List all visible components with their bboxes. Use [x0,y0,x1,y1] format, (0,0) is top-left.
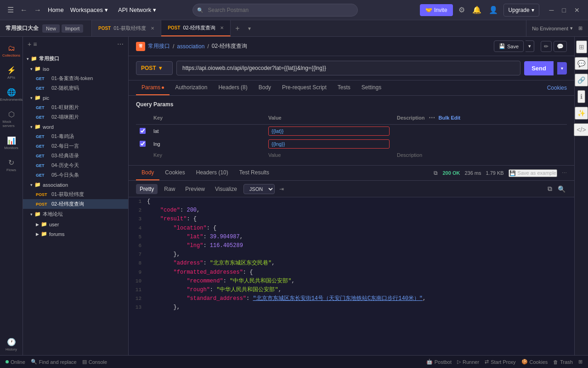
sidebar-item-monitors[interactable]: 📊 Monitors [1,132,22,154]
start-proxy-button[interactable]: ⇄ Start Proxy [485,359,515,365]
tree-endpoint-assoc-2[interactable]: POST 02-经纬度查询 [23,199,128,209]
tab-body[interactable]: Body [253,80,277,95]
tab-pre-request[interactable]: Pre-request Script [277,80,332,95]
search-code-button[interactable]: 🔍 [556,184,567,194]
param-value-lat[interactable] [271,128,386,134]
tree-endpoint-word-4[interactable]: GET 04-历史今天 [23,161,128,170]
copy-code-button[interactable]: ⧉ [546,184,554,194]
view-raw-button[interactable]: Raw [160,184,179,194]
tree-folder-pic[interactable]: ▾ 📁 pic [23,93,128,103]
online-status[interactable]: Online [6,359,25,365]
tab-settings[interactable]: Settings [356,80,387,95]
tab-close-icon[interactable]: ✕ [151,26,154,31]
api-network-button[interactable]: API Network ▾ [114,5,160,15]
back-button[interactable]: ← [18,4,29,16]
link-right-icon[interactable]: 🔗 [575,74,588,86]
tree-endpoint-assoc-1[interactable]: POST 01-获取经纬度 [23,190,128,199]
param-key-new[interactable] [153,152,261,158]
sidebar-item-flows[interactable]: ↻ Flows [1,155,22,176]
view-preview-button[interactable]: Preview [181,184,209,194]
grid-layout-button[interactable]: ⊞ [578,359,582,365]
tree-root-folder[interactable]: ▾ 📁 常用接口 [23,53,128,64]
param-checkbox-lat[interactable] [140,128,146,134]
sidebar-item-environments[interactable]: 🌐 Environments [1,84,22,105]
format-select[interactable]: JSON XML HTML Text [243,184,275,194]
edit-icon[interactable]: ✏ [541,41,552,52]
home-link[interactable]: Home [48,6,64,13]
resp-tab-body[interactable]: Body [136,166,159,180]
comment-icon[interactable]: 💬 [554,41,567,52]
tab-post-02[interactable]: POST 02-经纬度查询 ✕ [161,20,231,36]
send-dropdown-button[interactable]: ▾ [557,62,567,75]
resp-tab-cookies[interactable]: Cookies [159,166,190,180]
tree-folder-iso[interactable]: ▾ 📁 iso [23,64,128,74]
save-example-button[interactable]: 💾 Save as example [509,169,557,177]
save-dropdown-button[interactable]: ▾ [526,40,534,52]
tree-folder-forums[interactable]: ▶ 📁 forums [23,229,128,239]
tab-close-icon[interactable]: ✕ [220,25,224,30]
maximize-button[interactable]: □ [560,5,569,16]
find-replace-button[interactable]: 🔍 Find and replace [31,359,77,365]
invite-button[interactable]: 🤝 Invite [420,4,453,16]
info-right-icon[interactable]: ℹ [577,90,585,103]
view-visualize-button[interactable]: Visualize [211,184,241,194]
sidebar-item-collections[interactable]: 🗂 Collections [1,40,22,61]
tab-params[interactable]: Params [136,80,170,95]
cookies-link[interactable]: Cookies [547,85,567,91]
tree-endpoint-word-5[interactable]: GET 05-今日头条 [23,170,128,180]
comment-right-icon[interactable]: 💬 [575,57,588,70]
minimize-button[interactable]: ─ [547,5,557,16]
search-input[interactable] [192,4,358,17]
tree-endpoint-pic-1[interactable]: GET 01-旺财图片 [23,103,128,112]
response-more-icon[interactable]: ⋯ [562,170,567,176]
notifications-icon[interactable]: 🔔 [470,4,483,16]
tree-folder-association[interactable]: ▾ 📁 association [23,180,128,190]
tree-endpoint-word-3[interactable]: GET 03-经典语录 [23,151,128,161]
breadcrumb-link[interactable]: 常用接口 [148,43,170,49]
upgrade-button[interactable]: Upgrade ▾ [503,4,539,17]
settings-icon[interactable]: ⚙ [457,4,467,16]
resp-tab-headers[interactable]: Headers (10) [191,166,234,180]
ai-right-icon[interactable]: ✨ [575,107,588,120]
params-more-icon[interactable]: ⋯ [429,114,435,121]
param-key-lat[interactable] [153,128,261,134]
sidebar-item-apis[interactable]: ⚡ APIs [1,62,22,83]
collections-more-icon[interactable]: ⋯ [117,40,124,48]
add-collection-button[interactable]: + [28,40,31,48]
import-button[interactable]: Import [62,24,83,33]
tree-endpoint-pic-2[interactable]: GET 02-喵咪图片 [23,112,128,122]
param-key-lng[interactable] [153,141,261,147]
tree-endpoint-iso-1[interactable]: GET 01-备案查询-token [23,74,128,83]
new-tab-button[interactable]: New [42,24,60,33]
bulk-edit-button[interactable]: Bulk Edit [439,115,461,121]
trash-button[interactable]: 🗑 Trash [553,359,573,365]
close-button[interactable]: ✕ [571,5,582,16]
param-desc-lat[interactable] [397,128,563,134]
right-panel-icon[interactable]: ⊞ [576,40,587,53]
tab-post-01[interactable]: POST 01-获取经纬度 ✕ [92,20,161,36]
param-value-lng[interactable] [271,141,386,147]
avatar[interactable]: 👤 [487,4,500,16]
tab-overflow-button[interactable]: ▾ [244,20,254,36]
tree-folder-local[interactable]: ▾ 📁 本地论坛 [23,209,128,219]
add-tab-button[interactable]: + [231,20,244,36]
param-checkbox-lng[interactable] [140,141,146,147]
tab-headers[interactable]: Headers (8) [213,80,253,95]
tab-authorization[interactable]: Authorization [170,80,213,95]
save-button[interactable]: 💾 Save [494,40,524,52]
env-selector[interactable]: No Environment ▾ ⊞ [526,20,588,36]
tree-endpoint-iso-2[interactable]: GET 02-随机密码 [23,83,128,93]
tab-tests[interactable]: Tests [332,80,356,95]
workspaces-button[interactable]: Workspaces ▾ [67,5,112,15]
code-right-icon[interactable]: </> [574,123,588,136]
sidebar-item-history[interactable]: 🕐 History [1,334,22,355]
cookies-status-button[interactable]: 🍪 Cookies [521,359,548,365]
send-button[interactable]: Send [524,61,554,75]
tree-endpoint-word-2[interactable]: GET 02-每日一言 [23,141,128,151]
param-desc-new[interactable] [397,152,563,158]
breadcrumb-path-link[interactable]: association [177,43,204,50]
param-value-new[interactable] [268,152,390,158]
console-button[interactable]: ▤ Console [82,359,107,365]
tree-folder-user[interactable]: ▶ 📁 user [23,219,128,229]
url-input[interactable] [176,61,520,75]
